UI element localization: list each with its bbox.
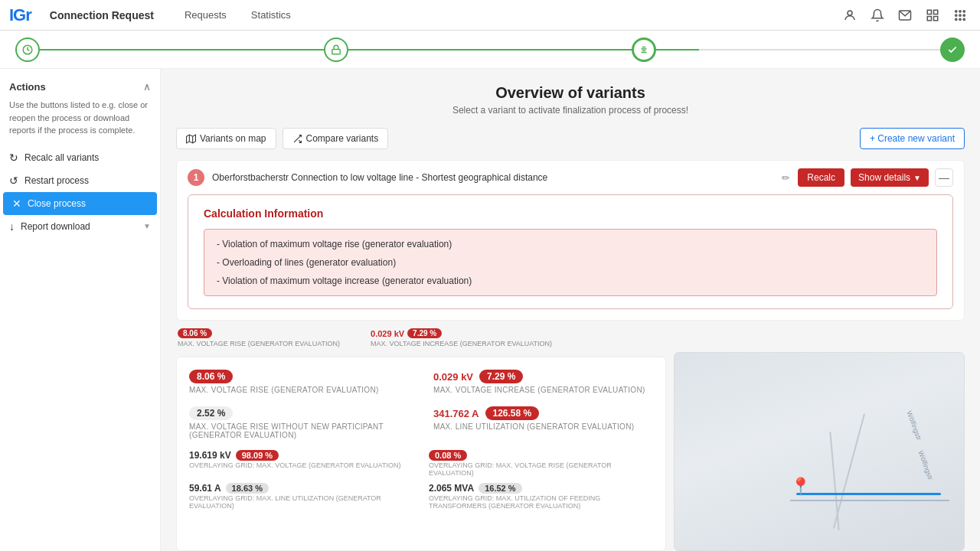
stat-badge-line-util: 126.58 % — [485, 406, 540, 420]
toolbar: Variants on map Compare variants + Creat… — [176, 128, 965, 149]
nav-statistics[interactable]: Statistics — [245, 6, 297, 24]
svg-rect-3 — [934, 10, 938, 14]
stat-voltage-rise: 8.06 % MAX. VOLTAGE RISE (GENERATOR EVAL… — [189, 370, 409, 394]
recalc-icon: ↻ — [9, 152, 18, 164]
profile-icon[interactable] — [839, 5, 861, 26]
step-2[interactable] — [324, 37, 348, 62]
sidebar-collapse-icon[interactable]: ∧ — [143, 81, 151, 93]
stat-plain-values: 2.52 % — [189, 406, 409, 420]
stat-kv-value: 0.029 kV — [433, 371, 473, 383]
step-4[interactable] — [940, 37, 965, 62]
svg-point-14 — [963, 18, 965, 20]
recalc-label: Recalc — [807, 172, 835, 183]
show-details-button[interactable]: Show details ▼ — [851, 168, 929, 187]
progress-line-filled — [15, 49, 699, 51]
show-details-label: Show details — [858, 172, 910, 183]
stat-voltage-rise-no-participant: 2.52 % MAX. VOLTAGE RISE WITHOUT NEW PAR… — [189, 406, 409, 439]
svg-point-10 — [959, 14, 961, 15]
lower-stat-transformer-badge: 16.52 % — [479, 483, 521, 494]
mini-label-2: MAX. VOLTAGE INCREASE (GENERATOR EVALUAT… — [371, 340, 552, 347]
map-connection-line — [796, 493, 941, 495]
grid-icon[interactable] — [922, 5, 943, 26]
map-road-2 — [829, 432, 839, 530]
sidebar-description: Use the buttons listed to e.g. close or … — [0, 99, 160, 146]
variant-actions: Recalc Show details ▼ — — [798, 168, 953, 187]
recalc-button[interactable]: Recalc — [798, 168, 844, 187]
stat-plain-badge: 2.52 % — [189, 406, 233, 420]
variant-title: Oberforstbacherstr Connection to low vol… — [212, 172, 774, 183]
lower-stat-line-util-label: OVERLAYING GRID: MAX. LINE UTILIZATION (… — [189, 494, 413, 510]
violation-2: - Overloading of lines (generator evalua… — [217, 257, 924, 268]
lower-stat-transformer: 2.065 MVA 16.52 % OVERLAYING GRID: MAX. … — [429, 483, 653, 510]
mini-stat-2-badges: 0.029 kV 7.29 % — [371, 328, 552, 338]
create-variant-label: + Create new variant — [870, 133, 955, 144]
stat-line-utilization: 341.762 A 126.58 % MAX. LINE UTILIZATION… — [433, 406, 653, 439]
recalc-all-label: Recalc all variants — [24, 152, 99, 163]
apps-icon[interactable] — [949, 5, 971, 26]
progress-bar — [0, 31, 980, 69]
page-subtitle: Select a variant to activate finalizatio… — [176, 105, 965, 116]
step-1[interactable] — [15, 37, 40, 62]
stat-badge-voltage-increase: 7.29 % — [479, 370, 523, 383]
compare-variants-label: Compare variants — [306, 133, 379, 144]
map-road-h — [790, 500, 949, 501]
page-title: Overview of variants — [176, 84, 965, 102]
show-details-dropdown-icon: ▼ — [913, 174, 921, 182]
svg-rect-4 — [927, 16, 931, 20]
close-process-label: Close process — [28, 198, 86, 209]
mail-icon[interactable] — [894, 5, 916, 26]
variant-card: 1 Oberforstbacherstr Connection to low v… — [176, 160, 965, 321]
restart-label: Restart process — [24, 175, 89, 186]
notification-icon[interactable] — [867, 5, 888, 26]
stat-voltage-rise-values: 8.06 % — [189, 370, 409, 383]
violation-3: - Violation of maximum voltage increase … — [217, 276, 924, 286]
stat-badge-voltage-rise: 8.06 % — [189, 370, 233, 383]
lower-stat-overvoltage: 19.619 kV 98.09 % OVERLAYING GRID: MAX. … — [189, 450, 413, 477]
edit-pencil-icon[interactable]: ✏ — [782, 172, 790, 184]
compare-variants-button[interactable]: Compare variants — [283, 128, 389, 149]
recalc-all-button[interactable]: ↻ Recalc all variants — [0, 146, 160, 169]
svg-point-8 — [963, 10, 965, 11]
map-location-pin: 📍 — [790, 477, 811, 497]
lower-stat-overvoltage-label: OVERLAYING GRID: MAX. VOLTAGE (GENERATOR… — [189, 461, 413, 469]
stat-amps-value: 341.762 A — [433, 408, 479, 419]
lower-stat-mva: 2.065 MVA — [429, 483, 474, 494]
lower-stat-right-rise-values: 0.08 % — [429, 450, 653, 461]
lower-stat-kv: 19.619 kV — [189, 450, 231, 461]
restart-icon: ↺ — [9, 174, 18, 187]
create-variant-button[interactable]: + Create new variant — [860, 128, 965, 149]
mini-badge-voltage-rise: 8.06 % — [178, 328, 212, 338]
sidebar-header: Actions ∧ — [0, 78, 160, 99]
stat-label-voltage-increase: MAX. VOLTAGE INCREASE (GENERATOR EVALUAT… — [433, 386, 653, 394]
map-background: 📍 Wölfingstr Wölfingstr — [675, 353, 964, 550]
compare-icon — [292, 134, 302, 144]
restart-process-button[interactable]: ↺ Restart process — [0, 169, 160, 192]
nav-requests[interactable]: Requests — [178, 6, 233, 24]
stat-voltage-increase: 0.029 kV 7.29 % MAX. VOLTAGE INCREASE (G… — [433, 370, 653, 394]
step-3[interactable] — [632, 37, 656, 62]
minus-icon: — — [939, 171, 949, 184]
map-icon — [186, 134, 196, 144]
lower-stat-rise-label: OVERLAYING GRID: MAX. VOLTAGE RISE (GENE… — [429, 461, 653, 477]
svg-point-7 — [959, 10, 961, 11]
mini-stat-1: 8.06 % MAX. VOLTAGE RISE (GENERATOR EVAL… — [178, 328, 340, 347]
violation-1: - Violation of maximum voltage rise (gen… — [217, 239, 924, 249]
navbar-icons — [839, 5, 971, 26]
svg-point-13 — [959, 18, 961, 20]
lower-stat-amps: 59.61 A — [189, 483, 221, 494]
main-content: Overview of variants Select a variant to… — [161, 69, 980, 551]
map-panel[interactable]: 📍 Wölfingstr Wölfingstr — [674, 352, 965, 551]
variant-header: 1 Oberforstbacherstr Connection to low v… — [177, 161, 964, 194]
stat-line-util-values: 341.762 A 126.58 % — [433, 406, 653, 420]
lower-stat-overvoltage-badge: 98.09 % — [236, 450, 279, 461]
lower-stat-right-rise: 0.08 % OVERLAYING GRID: MAX. VOLTAGE RIS… — [429, 450, 653, 477]
lower-stats: 19.619 kV 98.09 % OVERLAYING GRID: MAX. … — [189, 450, 653, 510]
stat-label-voltage-rise: MAX. VOLTAGE RISE (GENERATOR EVALUATION) — [189, 386, 409, 394]
variants-on-map-button[interactable]: Variants on map — [176, 128, 276, 149]
svg-point-9 — [956, 14, 957, 15]
report-download-button[interactable]: ↓ Report download ▼ — [0, 215, 160, 238]
collapse-button[interactable]: — — [935, 168, 953, 187]
variants-on-map-label: Variants on map — [200, 133, 266, 144]
calc-info-violations: - Violation of maximum voltage rise (gen… — [204, 229, 937, 296]
close-process-button[interactable]: ✕ Close process — [3, 192, 157, 215]
